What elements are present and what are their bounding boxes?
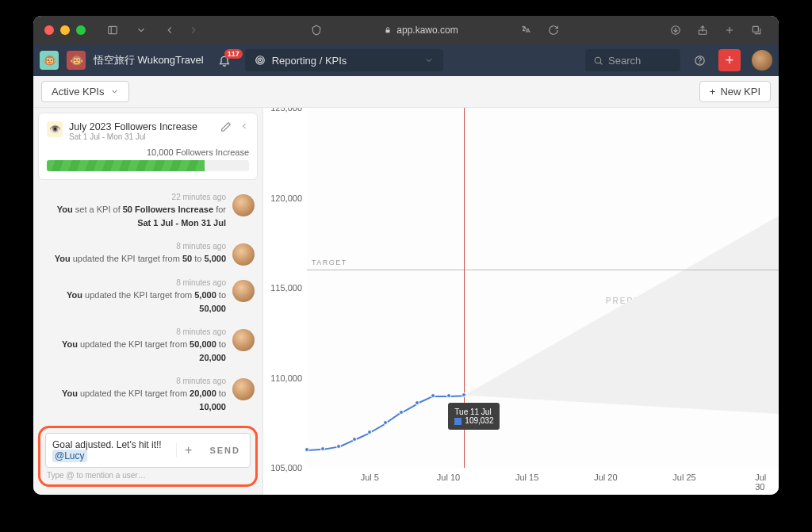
translate-icon[interactable] [515,23,536,37]
y-axis: 105,000110,000115,000120,000125,000 [263,108,307,468]
main-body: 👁️ July 2023 Followers Increase Sat 1 Ju… [33,108,779,495]
data-point [352,437,357,442]
workspace-avatar[interactable]: 🐵 [67,51,86,70]
attach-button[interactable]: + [176,443,200,457]
chart-tooltip: Tue 11 Jul109,032 [448,403,500,430]
add-button[interactable]: + [718,49,741,71]
svg-point-15 [699,63,700,63]
browser-titlebar: app.kawo.com [33,16,779,44]
search-icon [593,55,603,66]
y-tick-label: 110,000 [270,373,302,383]
user-avatar [232,329,255,351]
breadcrumb-selector[interactable]: Reporting / KPIs [245,49,443,71]
svg-rect-0 [109,26,117,33]
maximize-window-button[interactable] [76,25,86,35]
left-panel: 👁️ July 2023 Followers Increase Sat 1 Ju… [33,108,263,495]
profile-avatar[interactable] [752,50,772,71]
app-header: 🐵 🐵 悟空旅行 WukongTravel 117 Reporting / KP… [33,44,779,76]
back-button[interactable] [159,21,181,40]
x-axis: Jul 5Jul 10Jul 15Jul 20Jul 25Jul 30 [307,468,779,495]
x-tick-label: Jul 15 [515,473,538,482]
notifications-badge: 117 [224,49,243,59]
y-tick-label: 115,000 [270,283,302,293]
target-icon [255,55,266,66]
send-button[interactable]: SEND [200,446,250,455]
reload-icon[interactable] [542,21,565,40]
x-tick-label: Jul 20 [594,473,617,482]
target-line [307,270,779,270]
sidebar-toggle-icon[interactable] [102,21,124,40]
search-input[interactable]: Search [585,49,680,71]
chart-area: 105,000110,000115,000120,000125,000 TARG… [263,108,779,495]
svg-point-11 [259,59,260,60]
svg-rect-8 [753,26,758,32]
breadcrumb-text: Reporting / KPIs [272,55,347,67]
url-text: app.kawo.com [396,25,458,36]
forward-button[interactable] [182,21,205,40]
tabs-icon[interactable] [745,21,768,40]
data-point [320,446,325,451]
help-button[interactable] [688,49,710,71]
y-tick-label: 120,000 [270,193,302,203]
share-icon[interactable] [691,21,714,40]
feed-item: 8 minutes agoYou updated the KPI target … [41,375,255,413]
mention-chip: @Lucy [52,450,87,462]
activity-feed: 22 minutes agoYou set a KPI of 50 Follow… [33,185,262,423]
kpi-title: July 2023 Followers Increase [69,121,197,132]
chevron-down-icon [424,55,434,65]
user-avatar [232,378,255,400]
kpi-card[interactable]: 👁️ July 2023 Followers Increase Sat 1 Ju… [38,113,258,180]
notifications-button[interactable]: 117 [218,54,231,67]
close-window-button[interactable] [44,25,54,35]
search-placeholder: Search [608,55,641,67]
y-tick-label: 105,000 [270,463,302,473]
weibo-icon: 👁️ [47,121,63,137]
edit-icon[interactable] [220,121,232,132]
chevron-down-icon [110,87,119,96]
chevron-left-icon[interactable] [239,121,249,131]
progress-bar [47,160,249,171]
data-point [304,447,309,452]
data-point [446,393,451,398]
data-point [383,420,388,425]
plot-area[interactable]: TARGET PREDICTION Tue 11 Jul109,032 [307,108,779,468]
y-tick-label: 125,000 [270,108,302,113]
feed-item: 8 minutes agoYou updated the KPI target … [41,326,255,364]
plus-icon: + [710,86,716,98]
workspace-name[interactable]: 悟空旅行 WukongTravel [94,53,204,67]
user-avatar [232,194,255,216]
feed-item: 8 minutes agoYou updated the KPI target … [41,277,255,315]
lock-icon [384,26,392,34]
minimize-window-button[interactable] [60,25,70,35]
new-kpi-button[interactable]: + New KPI [699,81,771,102]
x-tick-label: Jul 25 [672,473,695,482]
compose-hint: Type @ to mention a user… [45,468,251,480]
data-point [415,400,419,405]
svg-marker-16 [464,216,779,414]
window-controls [44,25,86,35]
toolbar: Active KPIs + New KPI [33,76,779,108]
data-point [399,410,404,415]
comment-input[interactable]: Goal adjusted. Let's hit it!! @Lucy [46,434,176,467]
svg-point-12 [595,57,601,63]
shield-icon[interactable] [305,21,327,40]
chevron-down-icon[interactable] [130,21,152,40]
x-tick-label: Jul 5 [361,473,379,482]
kpi-goal: 10,000 Followers Increase [47,147,249,157]
data-point [367,430,372,434]
new-tab-icon[interactable] [718,21,741,40]
download-icon[interactable] [665,21,687,40]
active-kpis-filter[interactable]: Active KPIs [41,81,129,102]
data-point [462,392,466,397]
prediction-fan [307,108,779,468]
data-point [431,393,435,398]
svg-rect-2 [386,30,390,33]
app-window: app.kawo.com 🐵 🐵 悟空旅行 WukongTravel 117 R… [33,16,779,495]
user-avatar [232,243,255,266]
feed-item: 22 minutes agoYou set a KPI of 50 Follow… [41,191,255,229]
address-bar[interactable]: app.kawo.com [334,25,509,36]
user-avatar [232,280,255,302]
app-logo[interactable]: 🐵 [40,51,59,70]
x-tick-label: Jul 30 [755,473,771,492]
feed-item: 8 minutes agoYou updated the KPI target … [41,240,255,266]
